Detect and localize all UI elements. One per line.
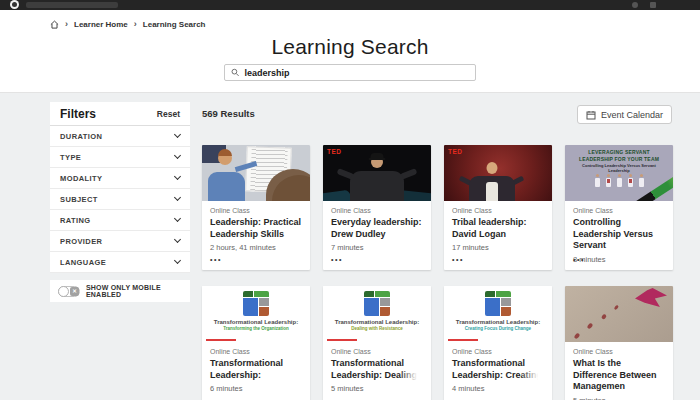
filter-modality[interactable]: MODALITY [50,168,190,189]
tr-head-shape [486,162,497,174]
cl-man-shape [208,172,245,201]
card-thumbnail: Transformational Leadership:Creating Foc… [444,286,552,342]
topbar-search-icon[interactable] [632,2,638,8]
result-card[interactable]: Online ClassLeadership: Practical Leader… [202,145,310,270]
filter-label: LANGUAGE [60,258,106,267]
filter-label: SUBJECT [60,195,98,204]
card-body: Online ClassLeadership: Practical Leader… [202,201,310,252]
td-seat1-shape [323,190,352,201]
card-duration: 5 minutes [331,384,423,393]
progress-bar [206,339,236,341]
page-header: › Learner Home › Learning Search Learnin… [0,10,700,93]
chevron-down-icon [174,236,181,243]
thumbnail-title: LEVERAGING SERVANT LEADERSHIP FOR YOUR T… [575,149,664,162]
card-thumbnail: TED [323,145,431,201]
logo-block [243,291,253,297]
card-thumbnail: Transformational Leadership:Transforming… [202,286,310,342]
logo-block [485,298,500,316]
td-body-shape [350,171,404,201]
card-body: Online ClassTransformational Leadership:… [444,342,552,393]
ted-logo: TED [448,148,463,155]
thumbnail-title: Transformational Leadership: [323,319,431,325]
thumbnail-subtitle: Controlling Leadership Versus Servant Le… [577,163,661,173]
people-illustration [565,178,673,187]
thumbnail-subtitle: Creating Focus During Change [444,326,552,331]
brand-logo-icon[interactable] [10,0,19,9]
card-title: Tribal leadership: David Logan [452,217,544,240]
thumbnail-title: Transformational Leadership: [202,319,310,325]
result-card[interactable]: Transformational Leadership:Transforming… [202,286,310,400]
fp-shape [601,313,607,319]
fp-shape [574,332,581,339]
logo-block [254,291,269,297]
card-options-menu[interactable]: ••• [331,256,343,263]
result-card[interactable]: Transformational Leadership:Creating Foc… [444,286,552,400]
fp-bird-shape [635,288,667,307]
filter-provider[interactable]: PROVIDER [50,231,190,252]
card-thumbnail: LEVERAGING SERVANT LEADERSHIP FOR YOUR T… [565,145,673,201]
filters-header: Filters Reset [50,102,190,126]
logo-block [364,298,379,316]
card-options-menu[interactable]: ••• [210,256,222,263]
filter-rating[interactable]: RATING [50,210,190,231]
logo-block [380,298,390,306]
result-card[interactable]: Transformational Leadership:Dealing with… [323,286,431,400]
card-options-menu[interactable]: ••• [452,256,464,263]
thumbnail-subtitle: Transforming the Organization [202,326,310,331]
provider-logo [485,291,511,316]
toggle-knob [58,286,69,297]
filter-subject[interactable]: SUBJECT [50,189,190,210]
card-type-label: Online Class [573,207,665,214]
person-figure [617,178,622,187]
fp-shape [587,322,594,329]
result-card[interactable]: TEDOnline ClassEveryday leadership: Drew… [323,145,431,270]
search-box[interactable] [224,64,476,81]
breadcrumb-learning-search[interactable]: Learning Search [143,20,206,29]
card-duration: 7 minutes [331,243,423,252]
result-card[interactable]: TEDOnline ClassTribal leadership: David … [444,145,552,270]
card-body: Online ClassTribal leadership: David Log… [444,201,552,252]
page-title: Learning Search [0,35,700,59]
cl-head-shape [218,151,232,165]
breadcrumb: › Learner Home › Learning Search [50,20,205,29]
card-title: Leadership: Practical Leadership Skills [210,217,302,240]
breadcrumb-separator: › [134,20,137,29]
card-thumbnail: TED [444,145,552,201]
card-title: Controlling Leadership Versus Servant [573,217,665,252]
event-calendar-button[interactable]: Event Calendar [577,105,672,124]
result-card[interactable]: LEVERAGING SERVANT LEADERSHIP FOR YOUR T… [565,145,673,270]
brand-wordmark [26,2,118,8]
card-options-menu[interactable]: ••• [573,256,585,263]
results-grid: Online ClassLeadership: Practical Leader… [202,145,673,400]
search-icon [231,68,239,77]
provider-logo [364,291,390,316]
provider-logo [243,291,269,316]
filter-duration[interactable]: DURATION [50,126,190,147]
card-type-label: Online Class [210,207,302,214]
search-input[interactable] [244,68,469,78]
result-card[interactable]: Online ClassWhat Is the Difference Betwe… [565,286,673,400]
filter-language[interactable]: LANGUAGE [50,252,190,273]
person-figure [639,178,644,187]
card-thumbnail [202,145,310,201]
card-body: Online ClassWhat Is the Difference Betwe… [565,342,673,400]
card-type-label: Online Class [331,348,423,355]
home-icon[interactable] [50,20,59,29]
logo-block [375,291,390,297]
filter-label: DURATION [60,132,102,141]
calendar-icon [586,110,596,120]
chevron-down-icon [174,194,181,201]
filter-label: RATING [60,216,91,225]
card-title: What Is the Difference Between Managemen [573,358,665,393]
mobile-enabled-toggle[interactable]: ✕ [58,286,80,297]
filter-type[interactable]: TYPE [50,147,190,168]
topbar-menu-icon[interactable] [650,2,656,8]
card-duration: 17 minutes [452,243,544,252]
card-duration: 5 minutes [573,396,665,400]
fp-shape [614,304,619,309]
reset-filters-button[interactable]: Reset [157,109,180,119]
breadcrumb-learner-home[interactable]: Learner Home [74,20,128,29]
filters-title: Filters [60,107,96,121]
card-duration: 4 minutes [452,384,544,393]
logo-block [496,291,511,297]
